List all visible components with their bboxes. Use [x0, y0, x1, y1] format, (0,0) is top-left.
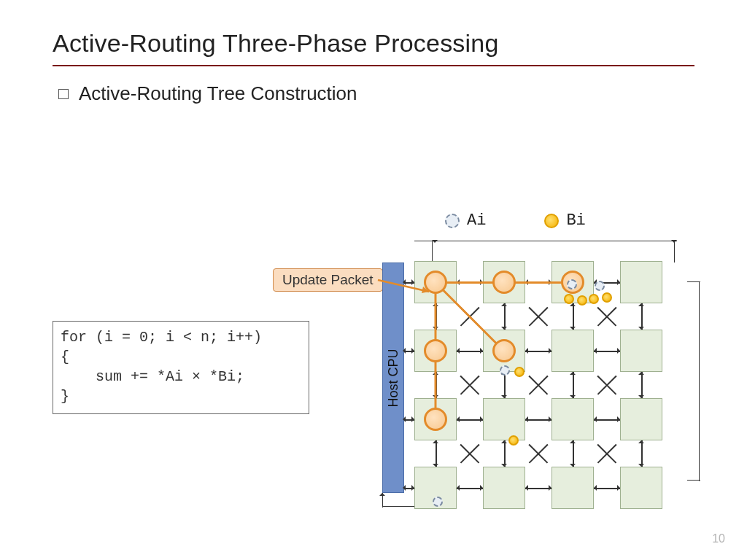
grid-cell [551, 330, 594, 372]
legend-ai-label: Ai [467, 211, 486, 230]
wrap-line [432, 241, 433, 262]
wrap-line [687, 480, 700, 481]
mesh-link [436, 440, 437, 467]
arrow-icon [522, 348, 528, 354]
bi-data-dot [589, 294, 599, 304]
arrow-icon [591, 416, 597, 422]
update-packet-callout: Update Packet [273, 268, 383, 292]
code-snippet: for (i = 0; i < n; i++) { sum += *Ai × *… [53, 321, 309, 414]
mesh-link [573, 440, 574, 467]
wrap-line-right [699, 281, 700, 481]
arrow-icon [454, 348, 460, 354]
bi-marker-icon [544, 214, 559, 228]
diagonal-link-icon [528, 443, 549, 464]
ai-data-dot [433, 497, 443, 507]
arrow-icon [411, 416, 417, 422]
diagonal-link-icon [528, 306, 549, 327]
mesh-link [525, 351, 551, 352]
grid-cell [620, 398, 662, 440]
arrow-icon [570, 438, 576, 443]
arrow-icon [379, 490, 385, 496]
mesh-link [457, 488, 483, 489]
legend-bi-label: Bi [566, 211, 585, 230]
diagonal-link-icon [597, 375, 617, 395]
wrap-line-top [414, 241, 677, 242]
mesh-link [525, 419, 551, 421]
mesh-link [504, 303, 506, 330]
callout-pointer-icon [378, 274, 436, 296]
tree-node [424, 339, 447, 362]
tree-node [424, 408, 447, 431]
mesh-link [594, 419, 620, 421]
grid-cell [620, 330, 662, 372]
mesh-link [457, 419, 483, 421]
title-rule [53, 65, 694, 66]
arrow-icon [400, 485, 406, 491]
arrow-icon [454, 416, 460, 422]
page-number: 10 [712, 532, 725, 545]
arrow-icon [411, 485, 417, 491]
diagonal-link-icon [597, 306, 617, 327]
bullet-icon [58, 89, 69, 99]
slide-title: Active-Routing Three-Phase Processing [53, 29, 694, 58]
arrow-icon [638, 300, 644, 306]
ai-data-dot [595, 281, 605, 291]
mesh-link [641, 440, 643, 467]
arrow-icon [400, 279, 406, 285]
arrow-icon [400, 416, 406, 422]
arrow-icon [411, 348, 417, 354]
grid-cell [483, 467, 525, 509]
mesh-link [641, 372, 643, 398]
mesh-link [594, 351, 620, 352]
arrow-icon [591, 485, 597, 491]
grid-cell [620, 467, 662, 509]
ai-data-dot [567, 279, 577, 289]
legend: Ai Bi [445, 211, 586, 230]
ai-data-dot [500, 365, 510, 376]
tree-node [492, 339, 516, 362]
bullet-text: Active-Routing Tree Construction [79, 82, 357, 105]
arrow-icon [522, 485, 528, 491]
routing-diagram: Ai Bi Update Packet Host CPU [365, 211, 700, 510]
grid-cell [551, 467, 594, 509]
bi-data-dot [564, 294, 574, 304]
bullet-item: Active-Routing Tree Construction [58, 82, 694, 105]
arrow-icon [591, 348, 597, 354]
slide: Active-Routing Three-Phase Processing Ac… [0, 0, 747, 560]
ai-marker-icon [445, 214, 460, 228]
diagonal-link-icon [528, 375, 549, 395]
arrow-icon [433, 438, 438, 443]
diagonal-link-icon [460, 375, 480, 395]
tree-node [492, 271, 516, 294]
mesh-link [525, 488, 551, 489]
arrow-icon [522, 416, 528, 422]
bi-data-dot [508, 435, 519, 446]
diagonal-link-icon [597, 443, 617, 464]
host-cpu-label: Host CPU [386, 349, 401, 407]
mesh-link [457, 351, 483, 352]
arrow-icon [400, 348, 406, 354]
arrow-icon [501, 300, 507, 306]
host-cpu: Host CPU [382, 262, 404, 493]
wrap-line [674, 241, 676, 262]
grid-cell [620, 261, 662, 303]
grid-cell [551, 398, 594, 440]
grid-cell [483, 398, 525, 440]
bi-data-dot [577, 295, 587, 306]
mesh-link [594, 488, 620, 489]
mesh-link [573, 303, 574, 330]
legend-ai: Ai [445, 211, 486, 230]
arrow-icon [570, 369, 576, 375]
arrow-icon [501, 438, 507, 443]
arrow-icon [454, 485, 460, 491]
mesh-link [641, 303, 643, 330]
bi-data-dot [602, 292, 612, 303]
arrow-icon [411, 279, 417, 285]
mesh-link [504, 372, 506, 398]
mesh-link [573, 372, 574, 398]
bi-data-dot [514, 367, 525, 377]
arrow-icon [638, 438, 644, 443]
mesh-link [504, 440, 506, 467]
diagonal-link-icon [460, 443, 480, 464]
arrow-icon [638, 369, 644, 375]
